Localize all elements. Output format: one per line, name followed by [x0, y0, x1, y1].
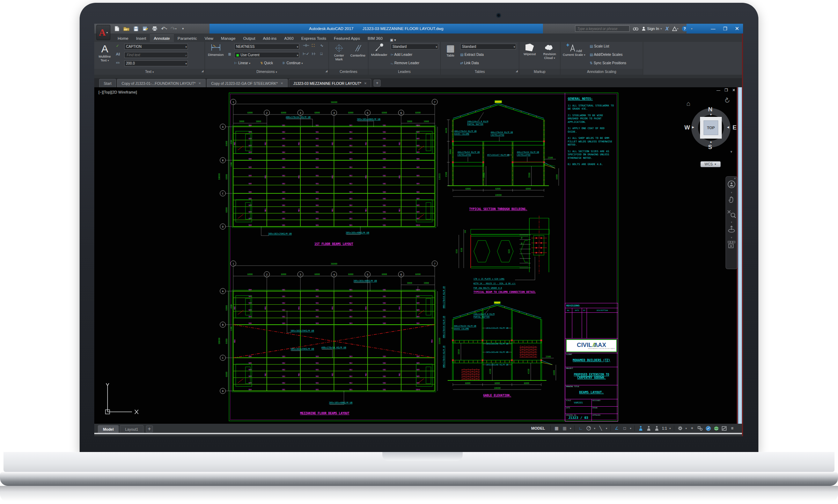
grid-display-icon[interactable]: ▦ [554, 425, 559, 431]
file-tab-foundation-layout[interactable]: Copy of J1323-01-...FOUNDATION LAYOUT* ✕ [117, 79, 206, 87]
snap-mode-icon[interactable]: ▦ [562, 425, 567, 431]
dim-adjust-icon[interactable]: ⛶ [312, 43, 315, 48]
customization-menu-icon[interactable]: ≡ [729, 425, 735, 431]
check-spelling-icon[interactable]: ✓ [116, 44, 119, 48]
qat-customize-icon[interactable]: ▾ [180, 25, 186, 32]
viewcube-arrow-e-icon[interactable]: ◀ [727, 126, 729, 129]
annotation-scale-icon[interactable] [654, 425, 660, 431]
help-caret-icon[interactable]: ▾ [691, 27, 692, 30]
file-tab-start[interactable]: Start [99, 79, 116, 87]
new-drawing-tab-button[interactable]: + [374, 80, 381, 87]
wipeout-button[interactable]: Wipeout [521, 44, 539, 56]
revision-cloud-button[interactable]: Revision Cloud ▾ [540, 44, 559, 60]
navigation-wheel-icon[interactable] [727, 180, 736, 190]
ortho-mode-icon[interactable]: ∟ [578, 425, 583, 431]
close-button[interactable]: ✕ [735, 25, 739, 32]
linear-button[interactable]: ⊢ Linear ▾ [234, 61, 250, 65]
tables-panel-label[interactable]: Tables ◢ [441, 69, 519, 75]
viewcube-arrow-s-icon[interactable]: ▲ [710, 140, 712, 143]
quick-dimension-button[interactable]: ↯ Quick [260, 61, 273, 65]
link-data-button[interactable]: ⇄ Link Data [460, 61, 479, 65]
model-tab[interactable]: Model [98, 425, 119, 433]
find-text-field[interactable]: ⌕ [124, 52, 188, 58]
find-icon[interactable]: ⌕ [185, 53, 187, 58]
dimensions-panel-label[interactable]: Dimensions ▾ ◢ [205, 69, 329, 75]
dim-ordinate-icon[interactable]: ⍈ [320, 52, 323, 56]
tab-a360[interactable]: A360 [280, 35, 297, 42]
tab-bim360[interactable]: BIM 360 [364, 35, 387, 42]
tab-parametric[interactable]: Parametric [174, 35, 201, 42]
save-as-icon[interactable] [142, 25, 148, 32]
text-height-dropdown[interactable]: 200.0▾ [124, 60, 188, 66]
drawing-canvas[interactable]: [−][Top][2D Wireframe] — ❐ ✕ text{font-f… [94, 87, 742, 424]
undo-icon[interactable]: ↶▾ [161, 25, 167, 32]
application-menu-button[interactable]: A ▾ [96, 25, 110, 40]
navbar-close-icon[interactable]: ✕ [734, 177, 736, 180]
continue-button[interactable]: ⊪ Continue ▾ [282, 61, 303, 65]
open-file-icon[interactable] [123, 25, 130, 32]
find-text-input[interactable] [126, 53, 177, 57]
viewport-controls[interactable]: [−][Top][2D Wireframe] [98, 90, 137, 94]
tab-annotate[interactable]: Annotate [150, 35, 174, 42]
dim-break-icon[interactable]: ⊣⊢ [303, 43, 309, 48]
navigation-bar[interactable]: ✕ ▾ ▾ ▾ [726, 176, 737, 269]
sync-scale-positions-button[interactable]: ⇅ Sync Scale Positions [590, 61, 626, 65]
table-style-dropdown[interactable]: Standard▾ [460, 44, 516, 50]
autoscale-icon[interactable] [646, 425, 652, 431]
vertical-scrollbar[interactable] [738, 87, 742, 424]
dim-baseline-icon[interactable]: ⊦⊦ [312, 52, 316, 56]
dim-jog-icon[interactable]: ∿ [320, 43, 323, 48]
viewcube[interactable]: ⌂ ↻ N S W E ▼ ▲ ▶ ◀ TOP ▼ WCS ▼ [685, 96, 737, 170]
annotation-visibility-icon[interactable] [638, 425, 644, 431]
tab-manage[interactable]: Manage [217, 35, 240, 42]
clean-screen-globe-icon[interactable] [713, 425, 719, 431]
tab-output[interactable]: Output [239, 35, 259, 42]
annotation-scale-value[interactable]: 1:1 [662, 427, 667, 430]
object-snap-icon[interactable]: □ [622, 425, 627, 431]
dim-dialog-launcher-icon[interactable]: ◢ [325, 68, 328, 74]
viewcube-caret-icon[interactable]: ▼ [730, 150, 733, 154]
save-icon[interactable] [133, 25, 139, 32]
viewcube-rotate-icon[interactable]: ↻ [722, 95, 732, 105]
print-icon[interactable] [152, 25, 158, 32]
autodesk-exchange-icon[interactable]: X [666, 26, 669, 31]
showmotion-icon[interactable] [727, 240, 736, 250]
viewcube-arrow-w-icon[interactable]: ▶ [692, 126, 694, 129]
file-tab-ga-of-steelwork[interactable]: Copy of J1323-02-GA OF STEELWORK* ✕ [207, 79, 288, 87]
viewcube-top-face[interactable]: TOP [700, 117, 722, 139]
scale-caret-icon[interactable]: ▾ [669, 427, 671, 430]
text-frame-icon[interactable]: ▭ [116, 60, 119, 65]
redo-icon[interactable]: ↷▾ [170, 25, 177, 32]
polar-caret-icon[interactable]: ▾ [594, 427, 595, 430]
restore-button[interactable]: ❐ [723, 26, 727, 31]
multileader-button[interactable]: Multileader [369, 43, 389, 57]
dim-update-icon[interactable]: ⊢✓ [303, 52, 309, 56]
close-tab-icon[interactable]: ✕ [364, 82, 367, 85]
viewcube-arrow-n-icon[interactable]: ▼ [710, 113, 712, 116]
leader-style-dropdown[interactable]: Standard▾ [391, 44, 438, 50]
help-search-input[interactable] [575, 25, 630, 32]
crosshair-icon[interactable]: + [689, 425, 695, 431]
snap-caret-icon[interactable]: ▾ [570, 427, 571, 430]
tab-insert[interactable]: Insert [132, 35, 150, 42]
signin-caret-icon[interactable]: ▾ [661, 27, 662, 30]
tab-featured-apps[interactable]: Featured Apps [330, 35, 364, 42]
vp-close-icon[interactable]: ✕ [732, 88, 735, 92]
scale-list-button[interactable]: ▤ Scale List [590, 44, 609, 48]
workspace-caret-icon[interactable]: ▾ [685, 427, 687, 430]
osnap-caret-icon[interactable]: ▾ [630, 427, 631, 430]
table-button[interactable]: ▦ Table [443, 43, 458, 57]
workspace-gear-icon[interactable] [677, 425, 683, 431]
iso-caret-icon[interactable]: ▾ [606, 427, 607, 430]
app-store-icon[interactable]: ▾ [672, 27, 678, 31]
dim-style-dropdown[interactable]: NEATNESS▾ [234, 44, 299, 50]
new-file-icon[interactable] [114, 25, 120, 32]
close-tab-icon[interactable]: ✕ [198, 82, 201, 85]
hardware-acceleration-icon[interactable] [705, 425, 711, 431]
tab-view[interactable]: View [201, 35, 217, 42]
fullscreen-icon[interactable] [721, 425, 727, 431]
text-panel-label[interactable]: Text ▾ ◢ [94, 69, 205, 75]
tab-express-tools[interactable]: Express Tools [297, 35, 330, 42]
viewcube-home-icon[interactable]: ⌂ [686, 100, 690, 108]
isolate-objects-icon[interactable] [697, 425, 703, 431]
